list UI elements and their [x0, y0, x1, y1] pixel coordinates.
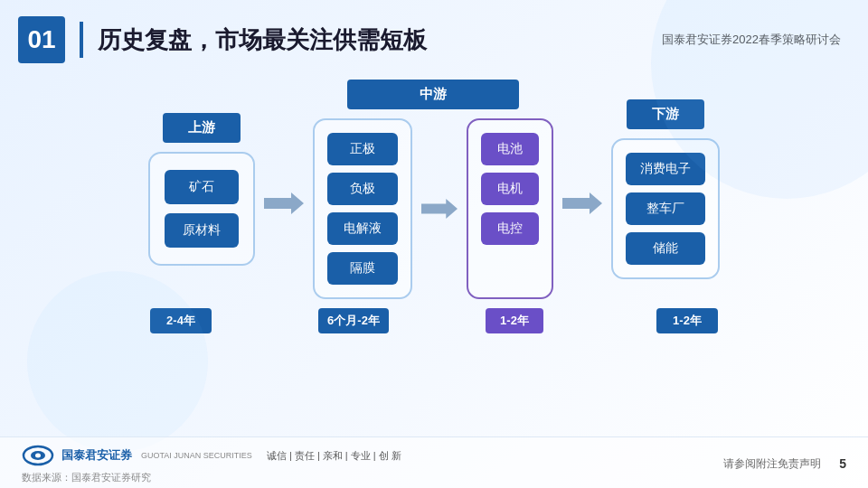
svg-marker-1: [421, 199, 458, 219]
arrow-3: [562, 191, 602, 216]
disclaimer: 请参阅附注免责声明: [723, 456, 821, 472]
company-name-cn: 国泰君安证券: [61, 447, 132, 464]
company-logo-icon: [22, 443, 54, 468]
mid-left-duration-cell: 6个月-2年: [300, 308, 407, 333]
slide: 01 历史复盘，市场最关注供需短板 国泰君安证券2022春季策略研讨会 上游 矿…: [0, 0, 868, 488]
slide-number: 01: [18, 16, 65, 63]
midstream-right-box: 电池 电机 电控: [467, 118, 553, 299]
midstream-left-box: 正极 负极 电解液 隔膜: [313, 118, 412, 299]
upstream-item-1: 矿石: [165, 170, 239, 204]
mid-right-item-3: 电控: [481, 212, 539, 245]
mid-right-duration-cell: 1-2年: [461, 308, 568, 333]
midstream-header: 中游: [347, 80, 519, 109]
company-name-en: GUOTAI JUNAN SECURITIES: [141, 451, 252, 460]
svg-marker-2: [562, 192, 602, 214]
mid-left-item-2: 负极: [327, 173, 398, 205]
footer-left: 国泰君安证券 GUOTAI JUNAN SECURITIES 诚信 | 责任 |…: [22, 443, 401, 484]
arrow-2: [421, 118, 458, 299]
svg-marker-0: [264, 192, 304, 214]
midstream-col: 中游 正极 负极 电解液 隔膜 电池 电机: [313, 80, 553, 299]
mid-left-item-1: 正极: [327, 133, 398, 165]
midstream-inner: 正极 负极 电解液 隔膜 电池 电机 电控: [313, 118, 553, 299]
mid-right-duration: 1-2年: [486, 308, 543, 333]
data-source: 数据来源：国泰君安证券研究: [22, 471, 401, 484]
upstream-col: 上游 矿石 原材料: [148, 113, 255, 266]
downstream-item-2: 整车厂: [626, 192, 705, 225]
upstream-body: 矿石 原材料: [148, 152, 255, 266]
upstream-header: 上游: [163, 113, 241, 143]
mid-right-item-1: 电池: [481, 133, 539, 165]
footer: 国泰君安证券 GUOTAI JUNAN SECURITIES 诚信 | 责任 |…: [0, 436, 868, 488]
logo-row: 国泰君安证券 GUOTAI JUNAN SECURITIES 诚信 | 责任 |…: [22, 443, 401, 468]
downstream-duration-cell: 1-2年: [626, 308, 749, 333]
downstream-item-3: 储能: [626, 232, 705, 265]
mid-right-item-2: 电机: [481, 173, 539, 205]
upstream-item-2: 原材料: [165, 213, 239, 248]
footer-right: 请参阅附注免责声明 5: [723, 456, 846, 472]
mid-left-item-4: 隔膜: [327, 252, 398, 285]
mid-left-item-3: 电解液: [327, 212, 398, 245]
page-number: 5: [839, 456, 846, 471]
svg-point-5: [35, 454, 41, 458]
bg-decoration-2: [27, 271, 208, 452]
slogan: 诚信 | 责任 | 亲和 | 专业 | 创 新: [267, 449, 401, 463]
title-divider: [80, 22, 83, 58]
mid-left-duration: 6个月-2年: [318, 308, 389, 333]
downstream-duration: 1-2年: [656, 308, 718, 333]
arrow-1: [264, 191, 304, 216]
slide-title: 历史复盘，市场最关注供需短板: [98, 24, 662, 56]
